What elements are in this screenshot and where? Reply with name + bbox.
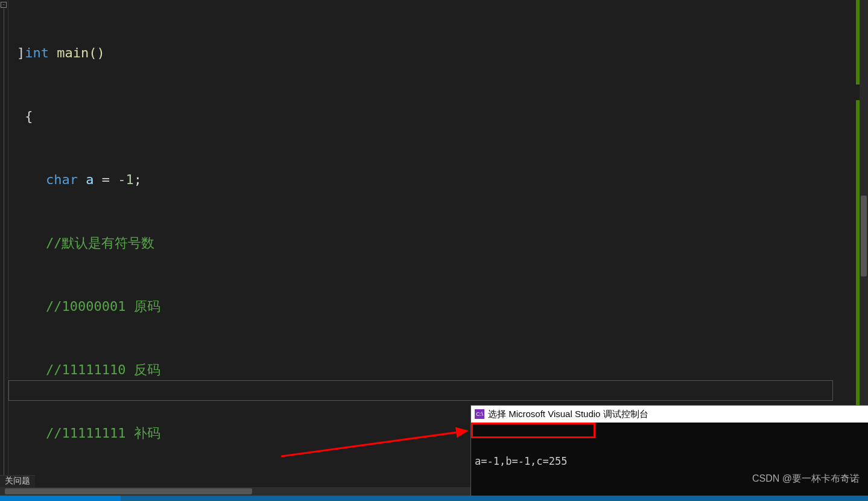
code-line-4: //默认是有符号数: [11, 232, 868, 254]
horizontal-scroll-thumb[interactable]: [5, 488, 252, 494]
code-line-1: ]int main(): [11, 42, 868, 63]
issues-panel-tab[interactable]: 关问题: [0, 475, 35, 487]
code-line-5: //10000001 原码: [11, 296, 868, 317]
code-line-2: {: [11, 106, 868, 127]
code-line-3: char a = -1;: [11, 169, 868, 190]
console-icon: C:\: [475, 409, 484, 419]
console-titlebar[interactable]: C:\ 选择 Microsoft Visual Studio 调试控制台: [471, 406, 868, 423]
console-title: 选择 Microsoft Visual Studio 调试控制台: [488, 409, 648, 420]
code-line-6: //11111110 反码: [11, 359, 868, 380]
status-bar-segment: [0, 496, 121, 501]
console-line: a=-1,b=-1,c=255: [475, 454, 864, 468]
watermark-text: CSDN @要一杯卡布奇诺: [752, 473, 860, 485]
vertical-scroll-thumb[interactable]: [861, 196, 867, 276]
console-output: a=-1,b=-1,c=255 D:\C_code\c-language-cod…: [471, 423, 868, 501]
